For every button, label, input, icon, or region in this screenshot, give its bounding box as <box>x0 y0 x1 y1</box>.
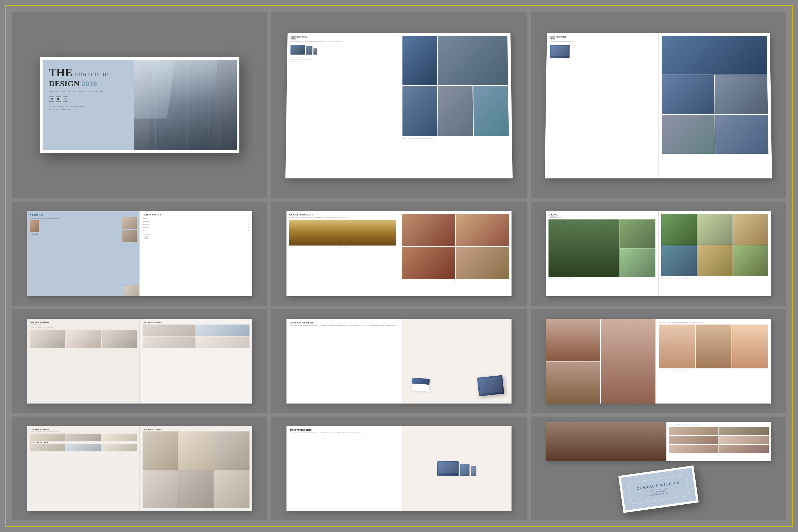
wg1 <box>669 427 719 435</box>
br1 <box>142 324 195 336</box>
prod-left: YOUR NEXT TITLE HERE Lorem ipsum dolor s… <box>27 426 139 511</box>
pr1 <box>402 214 455 246</box>
prod-bot-row <box>30 444 137 451</box>
tp1 <box>402 36 437 85</box>
pg-main <box>549 220 620 277</box>
papers-mockup <box>122 284 139 296</box>
hero-p-left: THE PORTFOLIO DESIGN 2016 THE SELECTED W… <box>42 60 134 150</box>
tech2-bl: YOUR NEXT TITLEHERE Lorem ipsum dolor si… <box>545 33 658 178</box>
dev-laptop <box>290 45 305 55</box>
sg3 <box>733 214 768 245</box>
br4 <box>196 337 249 348</box>
photo-book: CREATIVE PHOTOGRAPHY Lorem ipsum dolor s… <box>286 211 512 296</box>
fashion-left-grid <box>546 319 656 403</box>
toc-r1: About Me01 <box>142 217 249 220</box>
prg3 <box>214 432 249 470</box>
tech-body: Lorem ipsum dolor sit amet consectetur a… <box>290 40 396 42</box>
prod-title2: YOUR NEXT TITLE HERE <box>30 442 137 443</box>
tablet-print <box>477 375 504 397</box>
hero-icon-row: ✉ ◉ ○ <box>49 96 128 101</box>
pg-s2 <box>620 248 656 277</box>
web-tab-screen <box>461 464 469 475</box>
photo-text2: Lorem ipsum dolor sit amet consectetur a… <box>289 217 396 218</box>
paper-content <box>412 384 429 388</box>
fashion-desc: Lorem ipsum dolor sit amet consectetur a… <box>659 321 768 323</box>
portrait-2x2 <box>402 214 509 279</box>
r3c2-print: CREATIVE PRINT DESIGN Lorem ipsum dolor … <box>271 309 527 413</box>
tp5 <box>474 86 509 136</box>
print-mockup2 <box>411 327 503 395</box>
photo-page-num-r: — 13 — <box>402 280 509 282</box>
web-ttl: CREATIVE WEB DESIGN <box>290 429 399 431</box>
toc-r2: Photography02 <box>142 220 249 223</box>
br2 <box>196 324 249 336</box>
r1c2-tech: YOUR NEXT TITLEHERE Lorem ipsum dolor si… <box>271 12 527 198</box>
toc-name-text: YOURNAME <box>145 236 148 240</box>
web-tablet2 <box>460 464 470 476</box>
r3c1-branding: YOUR NEXT TITLE HERE YOUR NEXT TITLE Lor… <box>12 309 267 413</box>
r2c2-photo: CREATIVE PHOTOGRAPHY Lorem ipsum dolor s… <box>271 202 527 306</box>
t2g1 <box>662 36 767 75</box>
tn1: 01 <box>248 218 249 220</box>
landscape-big <box>289 220 396 246</box>
print-ttl: CREATIVE PRINT DESIGN <box>290 322 399 324</box>
about-name-text: YOUR NAME <box>30 233 121 235</box>
fashion-text-r: Lorem ipsum dolor sit amet consectetur a… <box>659 370 768 372</box>
dev-tablet <box>306 46 312 55</box>
prg4 <box>142 470 178 508</box>
pgrid-body: Lorem ipsum dolor sit amet consectetur <box>549 278 656 280</box>
web-mobile <box>471 466 476 476</box>
pgrid-right: Lorem ipsum dolor sit amet consectetur a… <box>659 211 771 296</box>
tech2-br <box>659 33 772 178</box>
toc-title2: TABLE OF CONTENT <box>142 214 249 216</box>
r4c3-mixed: Lorem ipsum dolor sit amet consectetur a… <box>531 417 786 520</box>
tech2-book: YOUR NEXT TITLEHERE Lorem ipsum dolor si… <box>545 33 772 178</box>
h-icon-web: ○ <box>63 96 68 101</box>
tn5: 05 <box>248 230 249 231</box>
s4 <box>30 339 65 348</box>
photogrid-book: CREATIVE PHOTOGRAPHY Lorem ipsum dolor s… <box>546 211 771 296</box>
s3 <box>101 330 137 339</box>
tn2: 02 <box>248 221 249 222</box>
t2g3 <box>715 75 768 114</box>
tech-lines: ———————————————————————————————— <box>290 57 396 62</box>
tech-book: YOUR NEXT TITLEHERE Lorem ipsum dolor si… <box>285 33 513 178</box>
hero-title-line1: THE PORTFOLIO <box>49 66 128 79</box>
tech2-screen <box>551 46 569 56</box>
r2c3-photogrid: CREATIVE PHOTOGRAPHY Lorem ipsum dolor s… <box>531 202 786 306</box>
f1 <box>546 319 600 361</box>
wedding-main-photo <box>546 422 666 461</box>
about-face-photo <box>30 220 39 232</box>
proper-grid: THE PORTFOLIO DESIGN 2016 THE SELECTED W… <box>8 8 790 524</box>
side-photo-2 <box>122 230 137 242</box>
pgrid-subtitle: PHOTOGRAPHY <box>549 216 656 218</box>
fashion-right-photos <box>659 324 768 368</box>
tp4 <box>438 86 473 136</box>
wed-text: Lorem ipsum dolor sit amet consectetur a… <box>669 424 769 426</box>
r1c1-hero: THE PORTFOLIO DESIGN 2016 THE SELECTED W… <box>12 12 267 198</box>
t2g5 <box>715 115 768 154</box>
pg-side <box>620 220 656 277</box>
prg2 <box>178 432 214 470</box>
f2 <box>601 319 656 403</box>
photo-right: — 13 — <box>399 211 512 296</box>
prod-right-grid <box>142 432 249 508</box>
web-devices <box>435 459 479 478</box>
ti3: Print Design <box>142 224 150 225</box>
pb1 <box>30 444 65 451</box>
prg5 <box>178 470 214 508</box>
stat-grid-bot <box>30 339 137 348</box>
br3 <box>142 337 195 348</box>
stat-grid-top <box>30 330 137 339</box>
print-book2: CREATIVE PRINT DESIGN Lorem ipsum dolor … <box>286 319 512 403</box>
title-design: DESIGN <box>49 79 79 88</box>
web-body: Lorem ipsum dolor sit amet consectetur a… <box>290 432 399 434</box>
device-row-t <box>290 45 396 55</box>
tp2 <box>438 36 508 85</box>
toc-r3: Print Design03 <box>142 223 249 226</box>
ti4: Web Design <box>142 227 150 228</box>
ti5: Contact <box>142 230 147 231</box>
pt2 <box>65 434 101 441</box>
photo-page-num: — 12 — <box>289 247 396 248</box>
wed-photo-grid <box>669 427 769 453</box>
